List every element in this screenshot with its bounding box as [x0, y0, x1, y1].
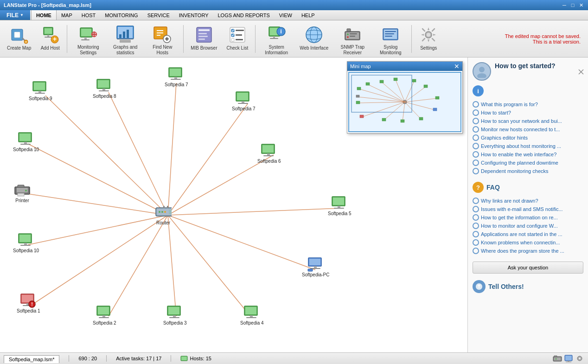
close-right-panel[interactable] — [578, 69, 584, 77]
menu-monitoring[interactable]: MONITORING — [100, 10, 142, 20]
svg-rect-59 — [347, 29, 351, 32]
menu-host[interactable]: HOST — [77, 10, 101, 20]
mini-map-close-button[interactable]: ✕ — [454, 63, 460, 70]
menu-view[interactable]: VIEW — [275, 10, 297, 20]
faq-link[interactable]: How to get the information on re... — [473, 213, 583, 222]
status-icons — [553, 355, 584, 362]
web-interface-icon — [304, 25, 324, 45]
menu-map[interactable]: MAP — [57, 10, 77, 20]
menu-home[interactable]: HOME — [31, 10, 57, 20]
svg-rect-171 — [433, 108, 437, 111]
node-softpedia10b[interactable]: Softpedia 10 — [13, 233, 39, 253]
node-printer[interactable]: Printer — [14, 183, 31, 203]
svg-rect-192 — [568, 361, 569, 362]
menu-inventory[interactable]: INVENTORY — [174, 10, 213, 20]
faq-link[interactable]: How to monitor and configure W... — [473, 222, 583, 230]
node-softpedia8[interactable]: Softpedia 8 — [93, 78, 116, 99]
create-map-button[interactable]: + Create Map — [3, 23, 35, 55]
getting-started-section: i What this program is for?How to start?… — [473, 85, 583, 175]
svg-point-140 — [25, 190, 27, 192]
faq-icon: ? — [473, 182, 484, 193]
menu-file[interactable]: FILE ▼ — [0, 10, 30, 20]
ask-question-button[interactable]: Ask your question — [473, 262, 583, 274]
help-link[interactable]: Graphics editor hints — [473, 134, 583, 142]
faq-link[interactable]: Known problems when connectin... — [473, 238, 583, 247]
svg-rect-100 — [263, 155, 274, 156]
maximize-button[interactable]: □ — [569, 2, 576, 8]
graphs-statistics-button[interactable]: Graphs and statistics — [107, 23, 143, 55]
svg-point-180 — [479, 67, 485, 72]
faq-link[interactable]: Where does the program store the ... — [473, 247, 583, 255]
node-softpedia7b[interactable]: Softpedia 7 — [232, 91, 256, 111]
faq-link[interactable]: Applications are not started in the ... — [473, 230, 583, 238]
node-router[interactable]: Router — [155, 205, 172, 225]
menu-logs[interactable]: LOGS AND REPORTS — [213, 10, 275, 20]
help-link[interactable]: Dependent monitoring checks — [473, 167, 583, 175]
svg-rect-120 — [102, 315, 105, 317]
node-softpedia4[interactable]: Softpedia 4 — [240, 305, 264, 326]
svg-rect-92 — [171, 79, 181, 80]
map-tab[interactable]: Softpedia_map.lsm* — [4, 355, 59, 363]
help-link[interactable]: How to enable the web interface? — [473, 150, 583, 159]
svg-line-71 — [168, 155, 274, 215]
find-new-hosts-button[interactable]: Find New Hosts — [144, 23, 180, 55]
svg-rect-129 — [19, 134, 31, 141]
minimize-button[interactable]: ─ — [561, 2, 568, 8]
help-link[interactable]: How to scan your network and bui... — [473, 117, 583, 125]
node-softpedia1[interactable]: ! Softpedia 1 — [17, 293, 40, 313]
svg-rect-95 — [242, 101, 244, 103]
svg-rect-134 — [24, 243, 27, 245]
help-link[interactable]: Monitor new hosts connected to t... — [473, 125, 583, 134]
node-softpedia-pc[interactable]: Softpedia-PC — [302, 257, 329, 277]
web-interface-button[interactable]: Web Interface — [295, 23, 332, 55]
svg-rect-98 — [262, 145, 274, 153]
faq-link[interactable]: Why links are not drawn? — [473, 197, 583, 205]
faq-link[interactable]: Issues with e-mail and SMS notific... — [473, 205, 583, 213]
mini-map[interactable]: Mini map ✕ — [347, 61, 463, 134]
help-link[interactable]: How to start? — [473, 109, 583, 117]
node-softpedia5[interactable]: Softpedia 5 — [328, 196, 352, 216]
help-link-dot — [473, 126, 479, 133]
help-link[interactable]: What this program is for? — [473, 100, 583, 109]
monitoring-settings-button[interactable]: Monitoring Settings — [70, 23, 106, 55]
mib-browser-button[interactable]: MIB Browser — [186, 23, 221, 55]
status-divider-3 — [171, 355, 171, 362]
node-softpedia2[interactable]: Softpedia 2 — [93, 305, 116, 326]
add-host-button[interactable]: + Add Host — [36, 23, 64, 55]
toolbar-sep-4 — [411, 25, 412, 53]
node-softpedia7a[interactable]: Softpedia 7 — [165, 67, 188, 87]
node-softpedia10a[interactable]: Softpedia 10 — [13, 132, 39, 152]
svg-rect-84 — [35, 93, 45, 94]
help-link[interactable]: Everything about host monitoring ... — [473, 142, 583, 150]
svg-rect-187 — [554, 358, 561, 360]
snmp-trap-button[interactable]: SNMP Trap Receiver — [333, 23, 371, 55]
svg-rect-19 — [123, 32, 125, 38]
status-bar: Softpedia_map.lsm* 690 : 20 Active tasks… — [0, 352, 588, 364]
close-button[interactable]: ✕ — [578, 2, 584, 8]
node-softpedia3[interactable]: Softpedia 3 — [163, 305, 187, 326]
svg-line-73 — [168, 215, 315, 270]
menu-help[interactable]: HELP — [297, 10, 320, 20]
svg-text:i: i — [280, 28, 282, 35]
map-canvas[interactable]: Softpedia 9 Softpedia 8 Softpedia 7 Soft… — [0, 57, 467, 352]
settings-button[interactable]: Settings — [415, 23, 442, 55]
menu-service[interactable]: SERVICE — [143, 10, 174, 20]
svg-line-67 — [45, 96, 168, 215]
getting-started-title: i — [473, 85, 583, 96]
system-information-button[interactable]: i System Information — [258, 23, 294, 55]
toolbar-sep-3 — [255, 25, 256, 53]
svg-rect-111 — [245, 307, 256, 314]
faq-title: ? FAQ — [473, 182, 583, 193]
toolbar: + Create Map + Add Host — [0, 20, 588, 57]
title-bar: LANState Pro - [Softpedia_map.lsm] ─ □ ✕ — [0, 0, 588, 10]
check-list-button[interactable]: ✓ ✓ Check List — [222, 23, 252, 55]
svg-point-143 — [159, 211, 160, 213]
svg-rect-94 — [237, 93, 248, 100]
syslog-button[interactable]: Syslog Monitoring — [372, 23, 409, 55]
svg-rect-117 — [169, 317, 179, 318]
help-link[interactable]: Configuring the planned downtime — [473, 159, 583, 167]
node-softpedia9[interactable]: Softpedia 9 — [29, 81, 52, 101]
node-softpedia6[interactable]: Softpedia 6 — [257, 143, 281, 164]
help-link-dot — [473, 168, 479, 174]
svg-rect-146 — [169, 210, 172, 214]
